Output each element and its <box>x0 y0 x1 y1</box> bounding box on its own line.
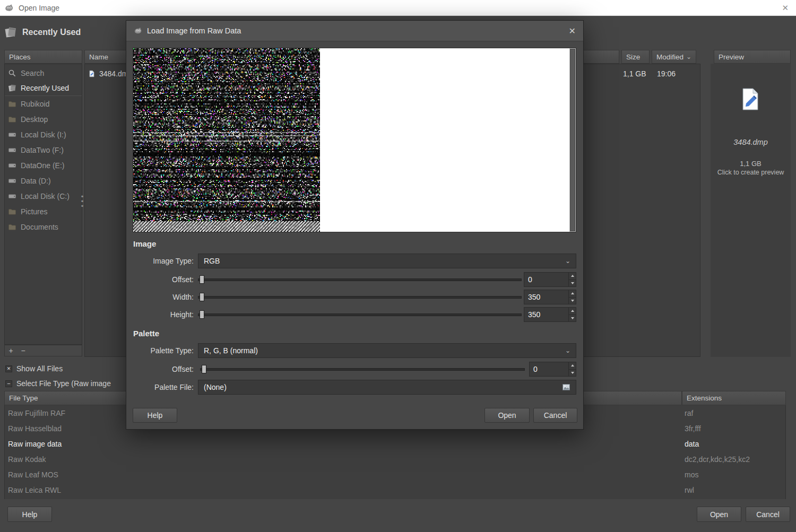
preview-filesize: 1,1 GB <box>711 160 791 168</box>
palette-section-header: Palette <box>133 329 159 338</box>
location-title: Recently Used <box>22 28 81 37</box>
spin-down-icon[interactable] <box>569 298 576 304</box>
height-spinbox[interactable]: 350 <box>524 307 576 322</box>
spin-up-icon[interactable] <box>569 290 576 298</box>
open-file-icon[interactable] <box>562 383 570 391</box>
spin-steppers <box>568 362 576 376</box>
preview-scrollbar-thumb[interactable] <box>570 49 575 231</box>
file-size: 1,1 GB <box>623 69 646 78</box>
file-type-extensions: dc2,dcr,kdc,k25,kc2 <box>685 455 750 464</box>
file-type-row-raw-leaf-mos[interactable]: Raw Leaf MOSmos <box>5 467 785 482</box>
sidebar-item-data-d[interactable]: Data (D:) <box>5 173 82 188</box>
width-value: 350 <box>524 293 540 301</box>
slider-handle[interactable] <box>200 275 204 284</box>
palette-type-value: R, G, B (normal) <box>204 346 258 355</box>
spin-down-icon[interactable] <box>569 280 576 287</box>
sidebar-item-label: Recently Used <box>21 84 69 92</box>
width-spinbox[interactable]: 350 <box>524 290 576 304</box>
open-button[interactable]: Open <box>697 507 741 522</box>
palette-offset-slider[interactable] <box>200 362 525 377</box>
folder-icon <box>8 100 16 108</box>
column-header-places[interactable]: Places <box>4 50 82 64</box>
sidebar-item-desktop[interactable]: Desktop <box>5 111 82 127</box>
raw-dialog-titlebar: Load Image from Raw Data ✕ <box>126 21 583 41</box>
spin-down-icon[interactable] <box>569 315 576 322</box>
preview-scrollbar[interactable] <box>569 48 576 232</box>
spin-up-icon[interactable] <box>569 308 576 315</box>
sidebar-item-local-disk-i[interactable]: Local Disk (I:) <box>5 127 82 142</box>
spin-down-icon[interactable] <box>569 370 576 377</box>
width-slider[interactable] <box>198 290 522 304</box>
recent-icon <box>8 84 16 92</box>
folder-icon <box>8 115 16 124</box>
offset-label: Offset: <box>133 272 194 287</box>
sidebar-item-search[interactable]: Search <box>5 65 82 81</box>
extensions-column-header[interactable]: Extensions <box>682 391 786 405</box>
sidebar-item-dataone-e[interactable]: DataOne (E:) <box>5 158 82 173</box>
checkbox-check-icon[interactable]: ✕ <box>5 365 12 372</box>
raw-dialog-close-button[interactable]: ✕ <box>569 26 576 36</box>
dialog-help-button[interactable]: Help <box>133 408 177 423</box>
file-type-extensions: data <box>685 440 699 448</box>
spin-steppers <box>568 290 576 304</box>
file-type-name: Raw Leaf MOS <box>8 470 58 479</box>
image-type-dropdown[interactable]: RGB ⌄ <box>198 254 576 268</box>
column-header-size[interactable]: Size <box>621 50 650 64</box>
add-place-button[interactable]: + <box>5 345 17 356</box>
palette-type-dropdown[interactable]: R, G, B (normal) ⌄ <box>198 343 576 358</box>
palette-file-field[interactable]: (None) <box>198 380 576 395</box>
column-header-modified-label: Modified <box>656 53 683 61</box>
file-icon <box>88 70 96 77</box>
show-all-files-label: Show All Files <box>16 364 63 373</box>
folder-icon <box>8 223 16 231</box>
expander-minus-icon[interactable]: − <box>5 380 12 387</box>
file-type-name: Raw Kodak <box>8 455 46 464</box>
help-button[interactable]: Help <box>7 507 52 522</box>
sidebar-item-documents[interactable]: Documents <box>5 219 82 234</box>
folder-icon <box>8 207 16 216</box>
sidebar-item-local-disk-c[interactable]: Local Disk (C:) <box>5 188 82 204</box>
preview-panel[interactable]: 3484.dmp 1,1 GB Click to create preview <box>711 64 791 357</box>
spin-up-icon[interactable] <box>569 362 576 370</box>
chevron-down-icon: ⌄ <box>686 54 691 60</box>
select-file-type-expander[interactable]: − Select File Type (Raw image <box>5 379 111 388</box>
sidebar-item-label: Pictures <box>21 207 48 216</box>
slider-handle[interactable] <box>200 293 204 301</box>
spin-up-icon[interactable] <box>569 273 576 280</box>
drive-icon <box>8 192 16 200</box>
column-header-modified[interactable]: Modified ⌄ <box>652 50 696 64</box>
dialog-open-button[interactable]: Open <box>484 408 530 423</box>
window-titlebar: Open Image ✕ <box>0 0 796 16</box>
remove-place-button[interactable]: − <box>17 345 29 356</box>
drive-icon <box>8 130 16 139</box>
cancel-button[interactable]: Cancel <box>746 507 790 522</box>
sidebar-item-rubikoid[interactable]: Rubikoid <box>5 96 82 111</box>
offset-slider[interactable] <box>198 272 522 287</box>
dialog-cancel-button[interactable]: Cancel <box>533 408 577 423</box>
palette-file-label: Palette File: <box>133 380 194 395</box>
file-type-extensions: rwl <box>685 486 694 494</box>
offset-spinbox[interactable]: 0 <box>524 272 576 287</box>
file-type-row-raw-leica-rwl[interactable]: Raw Leica RWLrwl <box>5 482 785 498</box>
palette-offset-spinbox[interactable]: 0 <box>529 362 576 377</box>
file-type-row-raw-image-data[interactable]: Raw image datadata <box>5 436 785 451</box>
show-all-files-option[interactable]: ✕ Show All Files <box>5 364 63 373</box>
slider-handle[interactable] <box>202 365 206 373</box>
file-type-extensions: 3fr,fff <box>685 424 701 433</box>
height-slider[interactable] <box>198 307 522 322</box>
sidebar-item-label: Rubikoid <box>21 100 49 108</box>
location-header: Recently Used <box>4 24 81 40</box>
image-type-label: Image Type: <box>133 254 194 268</box>
raw-preview-area[interactable] <box>133 48 576 232</box>
raw-data-dialog: Load Image from Raw Data ✕ Image Image T… <box>126 20 584 430</box>
sidebar-item-recently-used[interactable]: Recently Used <box>5 81 82 96</box>
column-header-preview: Preview <box>714 50 791 64</box>
drive-icon <box>8 146 16 154</box>
file-type-row-raw-kodak[interactable]: Raw Kodakdc2,dcr,kdc,k25,kc2 <box>5 451 785 467</box>
window-close-button[interactable]: ✕ <box>782 3 789 13</box>
chevron-down-icon: ⌄ <box>565 347 570 354</box>
sidebar-item-pictures[interactable]: Pictures <box>5 204 82 219</box>
sidebar-item-datatwo-f[interactable]: DataTwo (F:) <box>5 142 82 158</box>
slider-handle[interactable] <box>200 310 204 319</box>
pane-splitter-handle[interactable]: ••• <box>80 194 84 208</box>
